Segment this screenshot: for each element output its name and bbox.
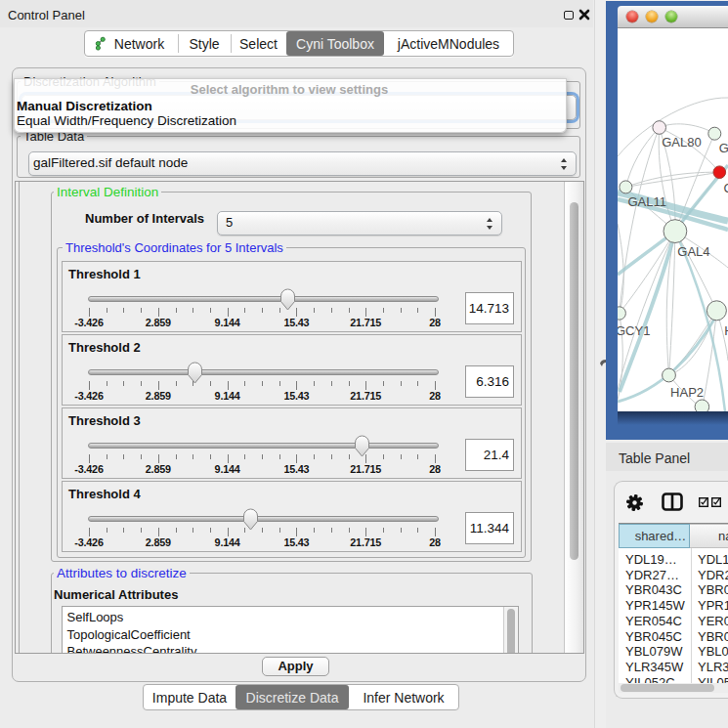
svg-text:HAP2: HAP2	[670, 385, 704, 400]
svg-text:H: H	[724, 323, 728, 338]
svg-text:GCY1: GCY1	[618, 323, 650, 338]
svg-text:C: C	[724, 181, 728, 195]
svg-text:GAL11: GAL11	[627, 194, 666, 209]
svg-text:GA: GA	[719, 141, 728, 155]
svg-text:GAL80: GAL80	[662, 135, 701, 150]
svg-text:GAL4: GAL4	[677, 244, 709, 259]
